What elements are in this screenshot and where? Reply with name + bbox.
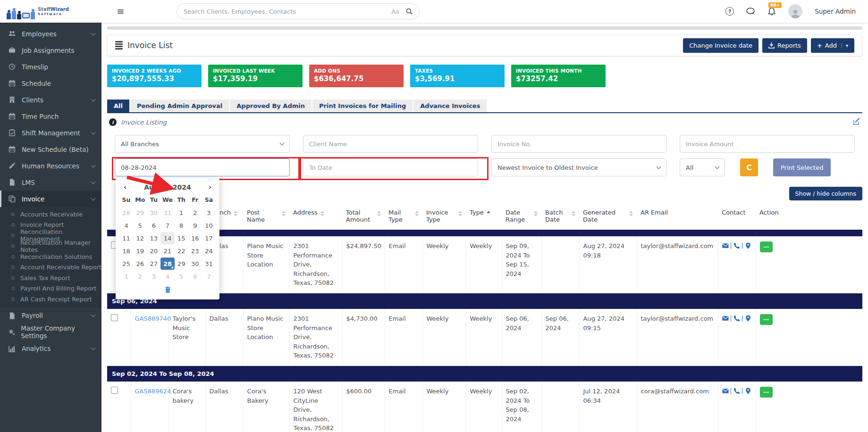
sidebar-item-master-company-settings[interactable]: Master Company Settings (0, 324, 101, 341)
sidebar-subitem-sales-tax-report[interactable]: Sales Tax Report (0, 273, 101, 283)
phone-contact-icon[interactable] (733, 315, 740, 322)
calendar-day[interactable]: 4 (160, 270, 174, 282)
sidebar-item-time-punch[interactable]: Time Punch (0, 108, 101, 125)
calendar-day[interactable]: 8 (175, 219, 188, 232)
calendar-day[interactable]: 18 (119, 245, 133, 257)
user-name[interactable]: Super Admin (815, 8, 856, 15)
sidebar-item-invoice[interactable]: Invoice (0, 191, 101, 207)
invoice-no-input[interactable] (497, 141, 660, 148)
sort-icon[interactable] (534, 211, 538, 223)
column-header-ar-email[interactable]: AR Email (637, 204, 718, 230)
column-header-address[interactable]: Address (289, 204, 342, 230)
sort-icon[interactable] (487, 211, 490, 216)
calendar-day[interactable]: 30 (188, 258, 202, 270)
calendar-day[interactable]: 22 (175, 245, 188, 257)
sort-icon[interactable] (629, 211, 633, 223)
sidebar-item-employees[interactable]: Employees (0, 25, 101, 42)
sidebar-subitem-reconciliation-manager-notes[interactable]: Reconciliation Manager Notes (0, 241, 101, 252)
column-header-batch-date[interactable]: Batch Date (541, 204, 579, 230)
location-pin-icon[interactable] (745, 315, 751, 322)
column-header-action[interactable]: Action (756, 204, 862, 230)
sidebar-subitem-accounts-receivable[interactable]: Accounts Receivable (0, 209, 101, 220)
invoice-amount-input[interactable] (686, 141, 849, 148)
calendar-day[interactable]: 26 (133, 258, 147, 270)
calendar-day[interactable]: 5 (175, 270, 188, 282)
sort-icon[interactable] (377, 211, 381, 223)
sidebar-item-timeslip[interactable]: Timeslip (0, 58, 101, 75)
tab-approved-by-admin[interactable]: Approved By Admin (230, 100, 312, 112)
sidebar-item-schedule[interactable]: Schedule (0, 75, 101, 91)
calendar-day[interactable]: 31 (202, 258, 216, 270)
client-name-input[interactable] (309, 141, 472, 148)
sort-icon[interactable] (282, 211, 286, 223)
phone-contact-icon[interactable] (733, 242, 740, 249)
calendar-day-today[interactable]: 14 (160, 232, 174, 244)
sidebar-subitem-account-receivable-report[interactable]: Account Receivable Report (0, 262, 101, 273)
row-checkbox[interactable] (111, 314, 118, 321)
hamburger-menu-icon[interactable]: ≡ (117, 6, 125, 17)
email-contact-icon[interactable] (722, 388, 729, 394)
column-header-mail-type[interactable]: Mail Type (385, 204, 422, 230)
calendar-day[interactable]: 25 (119, 258, 133, 270)
sidebar-item-human-resources[interactable]: Human Resources (0, 158, 101, 174)
calendar-day[interactable]: 13 (147, 232, 160, 244)
calendar-day[interactable]: 12 (133, 232, 147, 244)
sidebar-item-analytics[interactable]: Analytics (0, 341, 101, 357)
to-date-input[interactable] (309, 164, 472, 171)
calendar-day[interactable]: 3 (202, 207, 216, 219)
calendar-day[interactable]: 28 (119, 207, 133, 219)
row-checkbox[interactable] (111, 387, 118, 394)
calendar-day[interactable]: 11 (119, 232, 133, 244)
calendar-day[interactable]: 9 (188, 219, 202, 232)
add-button[interactable]: + Add ▾ (811, 38, 854, 53)
calendar-day[interactable]: 29 (175, 258, 188, 270)
calendar-day[interactable]: 19 (133, 245, 147, 257)
sidebar-item-shift-management[interactable]: Shift Management (0, 125, 101, 141)
sort-order-select[interactable]: Newest Invoice to Oldest Invoice (491, 158, 666, 176)
logo[interactable]: StaffWizard Software (0, 3, 101, 19)
column-header-invoice-type[interactable]: Invoice Type (422, 204, 466, 230)
sidebar-item-clients[interactable]: Clients (0, 91, 101, 108)
change-invoice-date-button[interactable]: Change Invoice date (683, 38, 758, 53)
avatar[interactable] (788, 4, 802, 18)
calendar-day[interactable]: 21 (160, 245, 174, 257)
search-icon[interactable] (406, 8, 413, 15)
horizontal-scrollbar[interactable] (107, 26, 862, 30)
print-selected-button[interactable]: Print Selected (773, 158, 831, 176)
sidebar-item-job-assignments[interactable]: Job Assignments (0, 42, 101, 58)
column-header-type[interactable]: Type (466, 204, 502, 230)
calendar-day[interactable]: 6 (188, 270, 202, 282)
calendar-day[interactable]: 27 (147, 258, 160, 270)
calendar-day[interactable]: 4 (119, 219, 133, 232)
sidebar-subitem-ar-cash-receipt-report[interactable]: AR Cash Receipt Report (0, 294, 101, 305)
calendar-day[interactable]: 6 (147, 219, 160, 232)
calendar-day[interactable]: 7 (160, 219, 174, 232)
email-contact-icon[interactable] (722, 242, 729, 249)
sort-icon[interactable] (415, 211, 419, 223)
sort-icon[interactable] (572, 211, 575, 223)
row-actions-button[interactable]: ⋯ (760, 387, 773, 398)
calendar-day[interactable]: 15 (175, 232, 188, 244)
email-contact-icon[interactable] (722, 315, 729, 322)
calendar-day[interactable]: 2 (133, 270, 147, 282)
sort-icon[interactable] (458, 211, 462, 223)
from-date-input[interactable] (121, 164, 284, 171)
calendar-next-icon[interactable]: › (204, 183, 216, 191)
sidebar-subitem-reconciliation-solutions[interactable]: Reconciliation Solutions (0, 251, 101, 262)
calendar-day[interactable]: 23 (188, 245, 202, 257)
calendar-day[interactable]: 17 (202, 232, 216, 244)
sidebar-subitem-payroll-and-billing-report[interactable]: Payroll And Billing Report (0, 283, 101, 294)
sort-icon[interactable] (320, 211, 324, 216)
status-select[interactable]: All (680, 158, 725, 176)
case-sensitivity-toggle[interactable]: Aa (391, 8, 399, 15)
branch-select[interactable]: All Branches (115, 135, 290, 153)
phone-contact-icon[interactable] (733, 388, 740, 394)
calendar-day[interactable]: 31 (160, 207, 174, 219)
help-icon[interactable]: ? (725, 7, 734, 16)
calendar-day[interactable]: 5 (133, 219, 147, 232)
invoice-number-link[interactable]: GAS889740 (135, 315, 171, 322)
calendar-clear-trash-icon[interactable] (119, 282, 216, 296)
calendar-day[interactable]: 24 (202, 245, 216, 257)
sidebar-item-payroll[interactable]: Payroll (0, 307, 101, 324)
calendar-day[interactable]: 2 (188, 207, 202, 219)
